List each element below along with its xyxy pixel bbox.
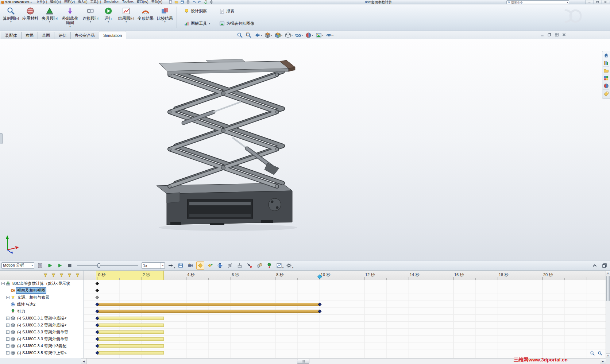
menu-item[interactable]: Toolbox (121, 0, 135, 4)
expand-icon[interactable]: + (6, 324, 9, 327)
motion-tree-label[interactable]: (-) SJJ80C.3.4 臂架中3装配 (16, 343, 67, 349)
timeline-zoom-in-button[interactable] (589, 350, 596, 357)
component-duration-bar[interactable] (97, 337, 164, 341)
motor-duration-bar[interactable] (97, 303, 320, 306)
previous-view-button[interactable]: ▾ (254, 32, 262, 38)
doc-minimize-button[interactable] (539, 32, 545, 37)
motion-tree-row[interactable]: +(-) SJJ80C.3.4 臂架中3装配 (0, 342, 84, 349)
filter-selected-button[interactable] (66, 272, 73, 279)
filter-animated-button[interactable] (50, 272, 57, 279)
key-point[interactable] (95, 296, 99, 299)
taskpane-tab-custom-properties[interactable] (603, 90, 609, 97)
doc-restore-button[interactable] (547, 32, 552, 37)
force-button[interactable] (246, 262, 254, 270)
expand-icon[interactable]: + (6, 337, 9, 341)
taskpane-tab-view-palette[interactable] (603, 75, 609, 82)
results-plots-button[interactable]: ▾ (275, 262, 283, 270)
window-close-button[interactable] (602, 0, 609, 4)
key-point[interactable] (95, 289, 99, 293)
timebar-slider[interactable] (77, 263, 138, 268)
scroll-down-icon[interactable]: ▼ (606, 353, 610, 358)
filter-no-filter-button[interactable] (42, 272, 49, 279)
play-button[interactable] (56, 262, 64, 270)
taskpane-tab-file-explorer[interactable] (603, 67, 609, 74)
motion-tree-row[interactable]: −引力 (0, 308, 84, 315)
timeline-ruler[interactable]: 0 秒2 秒4 秒6 秒8 秒10 秒12 秒14 秒16 秒18 秒20 秒 (84, 271, 606, 280)
save-animation-button[interactable] (177, 262, 185, 270)
apply-scene-button[interactable]: ▾ (315, 32, 324, 38)
menu-item[interactable]: 工具(T) (89, 0, 103, 4)
ribbon-small-button[interactable]: 图解工具▼ (182, 18, 212, 30)
ribbon-button[interactable]: 算例顾问▼ (1, 5, 20, 30)
stop-button[interactable] (66, 262, 74, 270)
timeline-row[interactable] (84, 315, 606, 322)
expand-icon[interactable]: + (6, 344, 9, 348)
menu-item[interactable]: 窗口(W) (135, 0, 150, 4)
commandmanager-tab[interactable]: 草图 (38, 32, 54, 39)
scroll-right-icon[interactable]: ▶ (600, 359, 606, 364)
section-view-button[interactable]: ▾ (264, 32, 273, 38)
component-duration-bar[interactable] (97, 324, 164, 327)
rebuild-button[interactable] (203, 0, 208, 4)
component-duration-bar[interactable] (97, 351, 164, 355)
doc-close-button[interactable] (561, 32, 567, 37)
motion-tree-label[interactable]: 光源、相机与布景 (16, 295, 50, 300)
ribbon-button[interactable]: 连接顾问▼ (81, 5, 100, 30)
commandmanager-tab[interactable]: 布局 (21, 32, 38, 39)
motion-tree-label[interactable]: (-) SJJ80C.3.1 臂架中底端< (16, 315, 67, 321)
expand-icon[interactable]: + (6, 317, 9, 320)
hscroll-thumb[interactable] (297, 359, 309, 364)
new-file-button[interactable] (168, 0, 173, 4)
motion-tree-label[interactable]: 引力 (16, 309, 26, 314)
timeline-row[interactable] (84, 294, 606, 301)
component-duration-bar[interactable] (97, 344, 164, 348)
search-input[interactable] (511, 1, 566, 4)
contact-button[interactable] (255, 262, 263, 270)
timeline-row[interactable] (84, 329, 606, 336)
ribbon-button[interactable]: 外部载荷顾问▼ (59, 5, 81, 30)
ribbon-button[interactable]: 夹具顾问▼ (40, 5, 59, 30)
menu-item[interactable]: Simulation (103, 0, 121, 4)
menu-item[interactable]: 插入(I) (76, 0, 89, 4)
ribbon-button[interactable]: 应用材料 (21, 5, 40, 30)
zoom-to-area-button[interactable] (245, 32, 252, 38)
filter-driving-button[interactable] (58, 272, 65, 279)
motion-tree-label[interactable]: 视向及相机视图 (16, 288, 46, 293)
timeline-zoom-out-button[interactable] (597, 350, 603, 357)
view-settings-button[interactable]: ▾ (325, 32, 334, 38)
undock-motionmanager-button[interactable] (601, 262, 609, 270)
gravity-button[interactable] (265, 262, 273, 270)
vscroll-track[interactable] (606, 302, 610, 353)
scroll-up-icon[interactable]: ▲ (606, 271, 610, 275)
study-type-select[interactable]: Motion 分析▾ (1, 262, 34, 269)
commandmanager-tab[interactable]: 办公室产品 (70, 32, 99, 39)
motion-tree-row[interactable]: +(-) SJJ80C.3.5 臂架中上臂< (0, 349, 84, 356)
motion-tree-row[interactable]: +(-) SJJ80C.3.1 臂架中底端< (0, 315, 84, 322)
taskpane-tab-design-library[interactable] (603, 59, 609, 67)
timeline-row[interactable] (84, 322, 606, 329)
print-button[interactable] (186, 0, 190, 4)
motion-tree-label[interactable]: (-) SJJ80C.3.3 臂架外侧单臂 (16, 336, 69, 342)
motor-duration-bar[interactable] (97, 310, 320, 313)
motion-tree-row[interactable]: +光源、相机与布景 (0, 294, 84, 301)
hide-show-items-button[interactable]: ▾ (295, 32, 303, 38)
save-button[interactable] (180, 0, 185, 4)
expand-icon[interactable]: + (6, 351, 9, 355)
taskpane-tab-resources-home[interactable] (603, 52, 609, 59)
motion-tree-row[interactable]: +(-) SJJ80C.3.3 臂架外侧单臂 (0, 329, 84, 336)
options-button[interactable] (209, 0, 214, 4)
collapse-icon[interactable]: − (1, 282, 5, 285)
scroll-left-icon[interactable]: ◀ (81, 359, 87, 364)
commandmanager-tab[interactable]: 装配体 (1, 32, 22, 39)
timeline-vscrollbar[interactable]: ▲ ▼ (606, 271, 610, 358)
window-minimize-button[interactable] (586, 0, 593, 4)
ribbon-small-button[interactable]: 报表 (217, 5, 256, 17)
expand-icon[interactable]: + (6, 296, 9, 299)
component-duration-bar[interactable] (97, 330, 164, 334)
motion-tree-label[interactable]: (-) SJJ80C.3.5 臂架中上臂< (16, 350, 67, 356)
timeline[interactable]: 0 秒2 秒4 秒6 秒8 秒10 秒12 秒14 秒16 秒18 秒20 秒 (84, 271, 606, 358)
display-style-button[interactable]: ▾ (285, 32, 293, 38)
menu-item[interactable]: 编辑(E) (49, 0, 62, 4)
command-search[interactable]: ▾ (506, 0, 569, 4)
timeline-row[interactable] (84, 301, 606, 308)
